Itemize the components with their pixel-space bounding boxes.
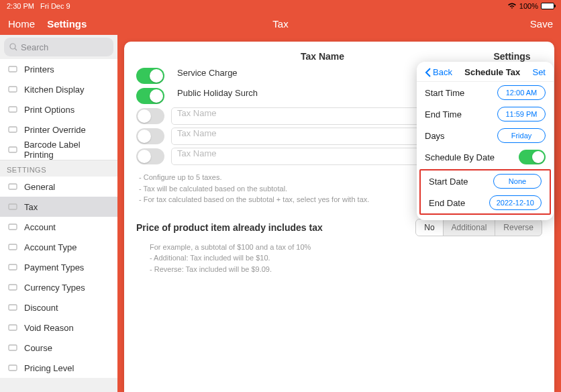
- sidebar-item-label: Barcode Label Printing: [24, 140, 111, 160]
- tax-note2: - Reverse: Tax included will be $9.09.: [150, 264, 542, 275]
- sidebar: Search PrintersKitchen DisplayPrint Opti…: [0, 35, 117, 392]
- account-type-icon: [7, 242, 19, 252]
- sidebar-item-label: Payment Types: [24, 262, 84, 273]
- battery-icon: [541, 3, 554, 9]
- days-value[interactable]: Friday: [497, 128, 546, 143]
- status-bar: 2:30 PM Fri Dec 9 100%: [0, 0, 561, 12]
- start-time-value[interactable]: 12:00 AM: [497, 85, 546, 100]
- sidebar-item-label: Printers: [24, 64, 54, 75]
- svg-rect-7: [9, 184, 17, 189]
- printer-override-icon: [7, 124, 19, 135]
- payment-icon: [7, 262, 19, 273]
- sidebar-item-label: Print Options: [24, 105, 74, 115]
- svg-rect-10: [9, 244, 17, 250]
- status-time: 2:30 PM: [7, 2, 34, 10]
- sidebar-item-kitchen-display[interactable]: Kitchen Display: [0, 79, 117, 99]
- sidebar-item-general[interactable]: General: [0, 177, 117, 197]
- nav-settings[interactable]: Settings: [47, 18, 87, 30]
- void-icon: [7, 322, 19, 333]
- start-time-label: Start Time: [425, 88, 464, 98]
- sidebar-item-discount[interactable]: Discount: [0, 297, 117, 317]
- sidebar-item-payment-types[interactable]: Payment Types: [0, 257, 117, 277]
- svg-line-1: [15, 48, 17, 50]
- discount-icon: [7, 302, 19, 313]
- seg-no[interactable]: No: [416, 219, 442, 236]
- nav-home[interactable]: Home: [8, 18, 35, 30]
- sidebar-item-label: Account: [24, 222, 56, 232]
- sidebar-item-account[interactable]: Account: [0, 217, 117, 237]
- tax-header-settings: Settings: [482, 51, 542, 62]
- tax-toggle[interactable]: [136, 148, 164, 164]
- account-icon: [7, 222, 19, 232]
- schedule-by-date-label: Schedule By Date: [425, 152, 495, 162]
- svg-rect-3: [9, 87, 17, 92]
- currency-icon: [7, 282, 19, 293]
- sidebar-item-currency-types[interactable]: Currency Types: [0, 277, 117, 297]
- gear-icon: [7, 181, 19, 192]
- save-button[interactable]: Save: [530, 18, 553, 30]
- print-options-icon: [7, 104, 19, 115]
- sidebar-item-barcode-label-printing[interactable]: Barcode Label Printing: [0, 140, 117, 160]
- tax-note2: - Additional: Tax included will be $10.: [150, 252, 542, 264]
- kitchen-icon: [7, 84, 19, 95]
- tax-note2: For example, a subtotal of $100 and a ta…: [150, 242, 542, 253]
- seg-additional[interactable]: Additional: [443, 219, 495, 236]
- popover-title: Schedule Tax: [464, 67, 520, 77]
- include-tax-segmented[interactable]: No Additional Reverse: [415, 219, 542, 236]
- svg-rect-6: [9, 147, 17, 152]
- svg-rect-8: [9, 204, 17, 209]
- include-tax-title: Price of product item already includes t…: [136, 222, 323, 233]
- sidebar-item-label: Account Type: [24, 242, 77, 252]
- chevron-left-icon: [425, 68, 431, 77]
- svg-rect-16: [9, 365, 17, 371]
- popover-back-button[interactable]: Back: [425, 67, 452, 77]
- days-label: Days: [425, 131, 445, 141]
- svg-point-0: [10, 44, 15, 49]
- start-date-value[interactable]: None: [493, 174, 542, 189]
- svg-rect-13: [9, 305, 17, 310]
- end-time-value[interactable]: 11:59 PM: [497, 107, 546, 121]
- svg-rect-11: [9, 264, 17, 270]
- sidebar-item-tax[interactable]: Tax: [0, 197, 117, 217]
- sidebar-item-label: Discount: [24, 303, 58, 313]
- svg-rect-12: [9, 285, 17, 290]
- sidebar-item-label: Tax: [24, 202, 38, 212]
- battery-percent: 100%: [519, 2, 538, 10]
- sidebar-item-printer-override[interactable]: Printer Override: [0, 119, 117, 140]
- search-input[interactable]: Search: [4, 38, 113, 56]
- sidebar-item-account-type[interactable]: Account Type: [0, 237, 117, 257]
- sidebar-item-void-reason[interactable]: Void Reason: [0, 317, 117, 338]
- tax-icon: [7, 201, 19, 212]
- search-icon: [9, 43, 17, 51]
- end-date-value[interactable]: 2022-12-10: [489, 195, 542, 210]
- sidebar-item-label: Pricing Level: [24, 363, 74, 373]
- popover-set-button[interactable]: Set: [532, 67, 546, 77]
- svg-rect-15: [9, 345, 17, 350]
- nav-bar: Home Settings Tax Save: [0, 12, 561, 35]
- pricing-icon: [7, 362, 19, 373]
- svg-rect-2: [9, 66, 17, 72]
- status-date: Fri Dec 9: [40, 2, 70, 10]
- status-right: 100%: [507, 2, 554, 10]
- tax-toggle[interactable]: [136, 128, 164, 144]
- sidebar-item-pricing-level[interactable]: Pricing Level: [0, 358, 117, 378]
- schedule-by-date-toggle[interactable]: [519, 150, 546, 164]
- printer-icon: [7, 64, 19, 75]
- sidebar-item-label: Printer Override: [24, 125, 86, 135]
- tax-toggle[interactable]: [136, 88, 164, 104]
- sidebar-item-printers[interactable]: Printers: [0, 59, 117, 79]
- tax-toggle[interactable]: [136, 68, 164, 84]
- schedule-tax-popover: Back Schedule Tax Set Start Time 12:00 A…: [417, 62, 554, 220]
- barcode-icon: [7, 144, 19, 155]
- tax-toggle[interactable]: [136, 108, 164, 124]
- start-date-label: Start Date: [429, 177, 468, 187]
- sidebar-section-label: SETTINGS: [0, 160, 117, 177]
- svg-rect-9: [9, 224, 17, 230]
- seg-reverse[interactable]: Reverse: [495, 219, 542, 236]
- sidebar-item-label: Currency Types: [24, 283, 85, 293]
- wifi-icon: [507, 3, 517, 9]
- sidebar-item-print-options[interactable]: Print Options: [0, 99, 117, 119]
- sidebar-item-label: Kitchen Display: [24, 85, 85, 95]
- sidebar-item-course[interactable]: Course: [0, 338, 117, 358]
- course-icon: [7, 342, 19, 353]
